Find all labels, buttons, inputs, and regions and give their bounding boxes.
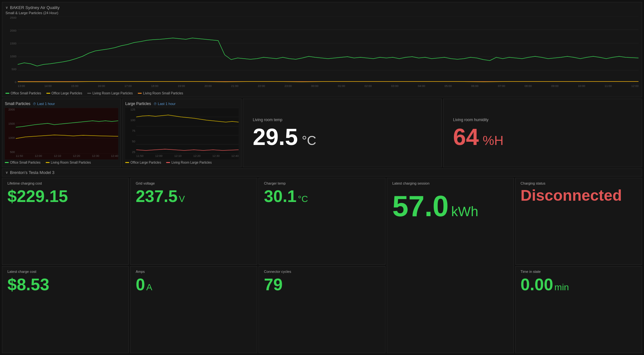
latest-cost-label: Latest charge cost bbox=[7, 270, 123, 273]
small-particles-svg bbox=[16, 108, 118, 154]
sp-x-1230: 12:30 bbox=[92, 154, 99, 159]
sp-x-1210: 12:10 bbox=[54, 154, 61, 159]
lp-x-1200: 12:00 bbox=[155, 154, 163, 159]
x-label-2000: 20:00 bbox=[204, 84, 212, 90]
legend-label-office-small: Office Small Particles bbox=[11, 91, 41, 95]
x-label-1400: 14:00 bbox=[44, 84, 52, 90]
charging-status-cell: Charging status Disconnected bbox=[515, 178, 642, 265]
x-label-0600: 06:00 bbox=[471, 84, 478, 90]
connector-cycles-value: 79 bbox=[264, 276, 283, 293]
large-particles-title: Large Particles ⏱ Last 1 hour bbox=[125, 101, 239, 106]
legend-dot-orange bbox=[138, 93, 142, 94]
lp-legend: Office Large Particles Living Room Large… bbox=[125, 161, 239, 164]
y-label-2500: 2500 bbox=[5, 16, 18, 19]
connector-cycles-label: Connector cycles bbox=[264, 270, 380, 273]
y-label-2000: 2000 bbox=[5, 29, 18, 32]
time-in-state-value: 0.00 bbox=[521, 276, 553, 293]
lp-y-75: 75 bbox=[125, 129, 136, 132]
grid-voltage-value: 237.5 bbox=[136, 188, 177, 205]
x-label-0700: 07:00 bbox=[498, 84, 505, 90]
lp-x-1210: 12:10 bbox=[174, 154, 182, 159]
x-label-2200: 22:00 bbox=[258, 84, 265, 90]
y-label-500: 500 bbox=[5, 68, 18, 71]
latest-session-cell: Latest charging session 57.0 kWh bbox=[387, 178, 514, 353]
grid-voltage-cell: Grid voltage 237.5 V bbox=[130, 178, 257, 265]
lp-x-1150: 11:50 bbox=[136, 154, 144, 159]
legend-dot-gray bbox=[87, 93, 91, 94]
lifetime-cost-value: $229.15 bbox=[7, 188, 68, 205]
y-label-1500: 1500 bbox=[5, 42, 18, 45]
lp-x-1220: 12:20 bbox=[193, 154, 201, 159]
living-room-temp-label: Living room temp bbox=[253, 118, 282, 122]
tesla-section-title: Brenton's Tesla Model 3 bbox=[2, 168, 642, 177]
x-label-1700: 17:00 bbox=[124, 84, 132, 90]
main-chart-svg bbox=[18, 16, 639, 84]
x-label-2300: 23:00 bbox=[284, 84, 292, 90]
legend-living-large: Living Room Large Particles bbox=[87, 91, 133, 95]
x-label-2100: 21:00 bbox=[231, 84, 239, 90]
y-label-0: 0 bbox=[5, 81, 18, 84]
lp-legend-dot-yellow bbox=[125, 162, 129, 163]
x-label-0200: 02:00 bbox=[365, 84, 372, 90]
lp-y-25: 25 bbox=[125, 150, 136, 154]
lp-x-1230: 12:30 bbox=[212, 154, 220, 159]
sp-y-1000: 1000 bbox=[5, 136, 16, 139]
x-label-1100: 11:00 bbox=[605, 84, 612, 90]
legend-dot-green bbox=[5, 93, 9, 94]
amps-label: Amps bbox=[136, 270, 251, 273]
sp-y-1500: 1500 bbox=[5, 122, 16, 125]
x-label-0000: 00:00 bbox=[311, 84, 318, 90]
amps-cell: Amps 0 A bbox=[130, 266, 257, 353]
sp-y-2000: 2000 bbox=[5, 108, 16, 111]
latest-cost-value: $8.53 bbox=[7, 276, 49, 293]
sp-x-1240: 12:40 bbox=[111, 154, 118, 159]
x-label-0300: 03:00 bbox=[391, 84, 399, 90]
sp-legend-living: Living Room Small Particles bbox=[46, 161, 91, 164]
small-particles-title: Small Particles ⏱ Last 1 hour bbox=[5, 101, 118, 106]
sp-y-500: 500 bbox=[5, 150, 16, 154]
lp-x-1240: 12:40 bbox=[231, 154, 239, 159]
x-label-1500: 15:00 bbox=[71, 84, 79, 90]
x-label-0500: 05:00 bbox=[445, 84, 452, 90]
lifetime-cost-cell: Lifetime charging cost $229.15 bbox=[2, 178, 129, 265]
living-room-humidity-label: Living room humidity bbox=[453, 118, 488, 122]
time-in-state-label: Time in state bbox=[521, 270, 637, 273]
main-chart-label: Small & Large Particles (24 Hour) bbox=[5, 11, 639, 15]
x-label-1900: 19:00 bbox=[178, 84, 185, 90]
air-quality-section: BAKER Sydney Air Quality Small & Large P… bbox=[2, 2, 642, 97]
lp-y-50: 50 bbox=[125, 140, 136, 143]
sp-x-1150: 11:50 bbox=[16, 154, 23, 159]
large-particles-svg bbox=[136, 108, 239, 154]
x-label-0900: 09:00 bbox=[551, 84, 559, 90]
small-particles-panel: Small Particles ⏱ Last 1 hour 2000 1500 … bbox=[2, 99, 121, 167]
legend-dot-yellow bbox=[46, 93, 50, 94]
sp-legend-dot-yellow bbox=[46, 162, 50, 163]
living-room-humidity-panel: Living room humidity 64 %H bbox=[443, 99, 642, 167]
legend-office-large: Office Large Particles bbox=[46, 91, 82, 95]
x-label-1800: 18:00 bbox=[151, 84, 158, 90]
sp-x-1200: 12:00 bbox=[35, 154, 42, 159]
x-label-0800: 08:00 bbox=[525, 84, 532, 90]
legend-label-living-small: Living Room Small Particles bbox=[143, 91, 183, 95]
sp-legend: Office Small Particles Living Room Small… bbox=[5, 161, 118, 164]
grid-voltage-label: Grid voltage bbox=[136, 181, 251, 185]
air-quality-title: BAKER Sydney Air Quality bbox=[5, 4, 639, 11]
lifetime-cost-label: Lifetime charging cost bbox=[7, 181, 123, 185]
x-label-0100: 01:00 bbox=[338, 84, 345, 90]
connector-cycles-cell: Connector cycles 79 bbox=[259, 266, 385, 353]
small-particles-time-badge: ⏱ Last 1 hour bbox=[33, 102, 55, 106]
lp-legend-living: Living Room Large Particles bbox=[166, 161, 212, 164]
x-label-1200: 12:00 bbox=[631, 84, 639, 90]
sp-legend-dot-green bbox=[5, 162, 9, 163]
large-particles-time-badge: ⏱ Last 1 hour bbox=[154, 102, 175, 106]
amps-value: 0 bbox=[136, 276, 145, 293]
lp-y-100: 100 bbox=[125, 119, 136, 122]
living-room-humidity-value: 64 bbox=[453, 125, 479, 149]
charger-temp-cell: Charger temp 30.1 °C bbox=[259, 178, 385, 265]
legend-label-office-large: Office Large Particles bbox=[52, 91, 82, 95]
amps-unit: A bbox=[146, 282, 152, 293]
legend-label-living-large: Living Room Large Particles bbox=[92, 91, 133, 95]
tesla-section: Brenton's Tesla Model 3 Lifetime chargin… bbox=[2, 168, 642, 353]
charger-temp-unit: °C bbox=[298, 194, 308, 204]
time-in-state-unit: min bbox=[554, 282, 569, 293]
